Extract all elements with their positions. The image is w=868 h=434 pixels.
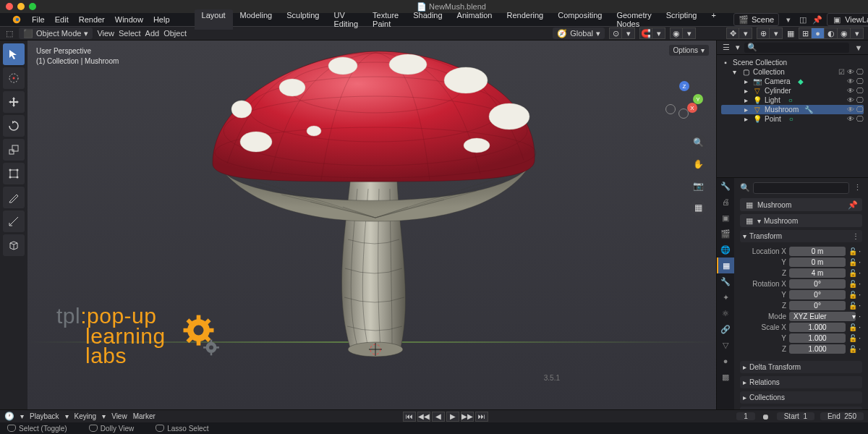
ptab-modifier[interactable]: 🔧	[717, 273, 734, 289]
start-frame[interactable]: Start 1	[777, 412, 814, 420]
tab-uv[interactable]: UV Editing	[326, 9, 365, 30]
camera-icon[interactable]: 📷	[690, 178, 706, 194]
tree-light[interactable]: ▸💡Light○👁🖵	[721, 95, 864, 105]
sec-transform[interactable]: ▾Transform⋮	[740, 230, 862, 242]
ptab-object[interactable]: ▦	[717, 258, 734, 273]
tab-geonodes[interactable]: Geometry Nodes	[609, 9, 658, 30]
outliner-tree[interactable]: ▪Scene Collection ▾▢Collection☑👁🖵 ▸📷Came…	[717, 55, 868, 177]
menu-file[interactable]: File	[32, 15, 45, 24]
mode-selector[interactable]: ⬛Object Mode▾	[19, 27, 93, 39]
autokey-icon[interactable]: ⏺	[761, 412, 771, 422]
scale-x[interactable]: 1.000	[789, 323, 846, 332]
tab-rendering[interactable]: Rendering	[499, 9, 550, 30]
sec-relations[interactable]: ▸Relations	[740, 376, 862, 388]
tree-collection[interactable]: ▾▢Collection☑👁🖵	[721, 67, 864, 77]
ptab-constraint[interactable]: 🔗	[717, 321, 734, 337]
minimize-dot[interactable]	[17, 3, 25, 10]
ptab-material[interactable]: ●	[717, 353, 734, 369]
gizmo-toggle[interactable]: ✥	[726, 27, 739, 39]
matprev-shading[interactable]: ◐	[825, 27, 838, 39]
tree-point[interactable]: ▸💡Point○👁🖵	[721, 114, 864, 124]
mushroom-mesh[interactable]	[169, 41, 574, 384]
proportional-toggle[interactable]: ◉	[670, 27, 683, 39]
add-menu[interactable]: Add	[145, 29, 160, 38]
lock-icon[interactable]: 🔓	[848, 247, 857, 255]
solid-shading[interactable]: ●	[812, 27, 825, 39]
menu-edit[interactable]: Edit	[55, 15, 69, 24]
ptab-output[interactable]: 🖨	[717, 194, 734, 210]
menu-help[interactable]: Help	[153, 15, 170, 24]
prop-breadcrumb[interactable]: ▦Mushroom📌	[740, 198, 862, 211]
ptab-viewlayer[interactable]: ▣	[717, 210, 734, 226]
current-frame[interactable]: 1	[736, 412, 755, 420]
zoom-dot[interactable]	[29, 3, 36, 10]
axis-z[interactable]: Z	[679, 81, 689, 91]
tl-marker[interactable]: Marker	[133, 412, 156, 420]
loc-x[interactable]: 0 m	[789, 247, 846, 256]
measure-tool[interactable]	[3, 210, 25, 232]
select-menu[interactable]: Select	[119, 29, 141, 38]
viewport-options[interactable]: Options ▾	[669, 45, 709, 56]
prev-key[interactable]: ◀◀	[417, 412, 430, 422]
rotate-tool[interactable]	[3, 115, 25, 137]
scale-y[interactable]: 1.000	[789, 333, 846, 343]
timeline-type-icon[interactable]: 🕐	[4, 412, 14, 422]
next-key[interactable]: ▶▶	[461, 412, 474, 422]
addcube-tool[interactable]	[3, 234, 25, 256]
tab-shading[interactable]: Shading	[406, 9, 449, 30]
tab-animation[interactable]: Animation	[450, 9, 500, 30]
axis-neg[interactable]	[665, 104, 676, 114]
pin-icon[interactable]: 📌	[812, 14, 822, 25]
persp-icon[interactable]: ▦	[690, 200, 706, 216]
ptab-texture[interactable]: ▩	[717, 369, 734, 385]
ptab-world[interactable]: 🌐	[717, 242, 734, 258]
tab-texture[interactable]: Texture Paint	[365, 9, 406, 30]
move-tool[interactable]	[3, 91, 25, 113]
axis-neg2[interactable]	[678, 109, 689, 119]
ptab-physics[interactable]: ⚛	[717, 305, 734, 321]
scene-browse-icon[interactable]: ▾	[783, 14, 793, 25]
sec-collections[interactable]: ▸Collections	[740, 391, 862, 404]
tree-camera[interactable]: ▸📷Camera◆👁🖵	[721, 77, 864, 86]
rot-x[interactable]: 0°	[789, 279, 846, 289]
nav-gizmo[interactable]: Z Y X	[665, 81, 703, 119]
ptab-data[interactable]: ▽	[717, 337, 734, 353]
menu-window[interactable]: Window	[115, 15, 143, 24]
ptab-render[interactable]: 🔧	[717, 178, 734, 194]
snap-buttons[interactable]: ⊙▾	[609, 27, 635, 39]
outliner-type-icon[interactable]: ☰	[721, 43, 731, 53]
scale-tool[interactable]	[3, 139, 25, 161]
tab-sculpting[interactable]: Sculpting	[279, 9, 326, 30]
transform-tool[interactable]	[3, 163, 25, 184]
prop-datablock[interactable]: ▦▾Mushroom	[740, 214, 862, 227]
filter-icon[interactable]: ▼	[854, 43, 864, 53]
menu-render[interactable]: Render	[79, 15, 105, 24]
editor-type-icon[interactable]: ⬚	[4, 28, 14, 38]
pan-icon[interactable]: ✋	[690, 156, 706, 172]
snap-toggle[interactable]: 🧲	[639, 27, 652, 39]
sec-instancing[interactable]: ▸Instancing	[740, 407, 862, 409]
zoom-icon[interactable]: 🔍	[690, 135, 706, 150]
loc-y[interactable]: 0 m	[789, 258, 846, 267]
jump-start[interactable]: ⏮	[403, 412, 416, 422]
ptab-scene[interactable]: 🎬	[717, 226, 734, 242]
rendered-shading[interactable]: ◉	[838, 27, 851, 39]
viewport[interactable]: User Perspective (1) Collection | Mushro…	[27, 41, 716, 409]
viewlayer-field[interactable]: ▣ViewLayer	[827, 13, 868, 26]
sec-delta[interactable]: ▸Delta Transform	[740, 361, 862, 373]
tl-view[interactable]: View	[111, 412, 127, 420]
wireframe-shading[interactable]: ⊞	[799, 27, 812, 39]
tab-modeling[interactable]: Modeling	[233, 9, 280, 30]
annotate-tool[interactable]	[3, 187, 25, 208]
tl-keying[interactable]: Keying	[75, 412, 97, 420]
options-icon[interactable]: ⋮	[852, 182, 862, 192]
scene-field[interactable]: 🎬Scene	[733, 13, 779, 26]
outliner-search[interactable]	[757, 42, 846, 53]
object-menu[interactable]: Object	[163, 29, 187, 38]
play-rev[interactable]: ◀	[432, 412, 445, 422]
tree-mushroom[interactable]: ▸▽Mushroom🔧👁🖵	[721, 105, 864, 114]
play[interactable]: ▶	[446, 412, 459, 422]
scene-new-icon[interactable]: ◫	[798, 14, 808, 25]
axis-x[interactable]: X	[687, 103, 697, 113]
tab-add[interactable]: +	[704, 9, 723, 30]
